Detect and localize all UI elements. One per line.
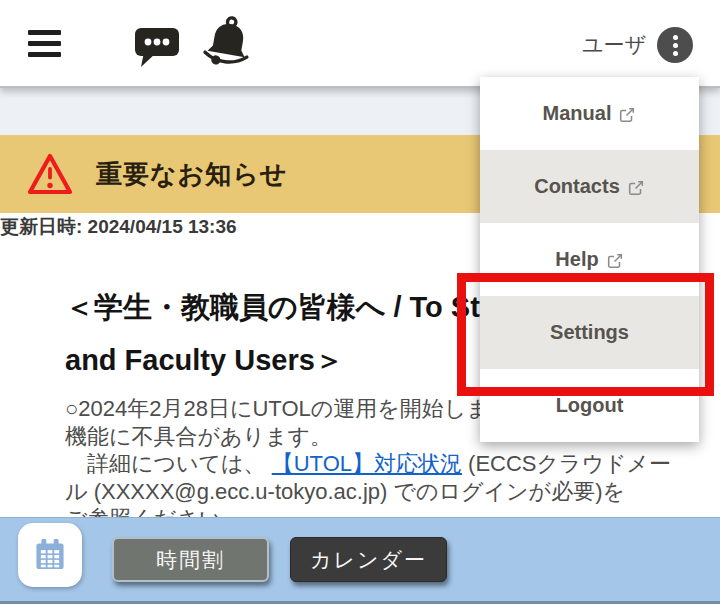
menu-item-label: Settings bbox=[550, 321, 629, 344]
warning-triangle-icon bbox=[26, 152, 74, 197]
article-heading-line2: and Faculty Users＞ bbox=[65, 344, 344, 376]
messages-icon[interactable] bbox=[133, 26, 181, 72]
menu-item-contacts[interactable]: Contacts bbox=[480, 150, 699, 223]
updated-timestamp: 更新日時: 2024/04/15 13:36 bbox=[0, 214, 237, 240]
menu-item-help[interactable]: Help bbox=[480, 223, 699, 296]
user-label: ユーザ bbox=[582, 31, 646, 59]
menu-item-label: Contacts bbox=[534, 175, 620, 198]
calendar-button[interactable]: カレンダー bbox=[290, 537, 447, 582]
timetable-button[interactable]: 時間割 bbox=[112, 537, 269, 582]
body-text: (ECCSクラウドメー bbox=[462, 451, 671, 476]
utol-status-link[interactable]: 【UTOL】対応状況 bbox=[272, 451, 462, 476]
banner-title: 重要なお知らせ bbox=[96, 157, 287, 192]
app-screen: 重要なお知らせ 更新日時: 2024/04/15 13:36 ＜学生・教職員の皆… bbox=[0, 0, 720, 604]
calendar-icon bbox=[30, 535, 70, 575]
external-link-icon bbox=[606, 252, 624, 270]
menu-item-label: Help bbox=[555, 248, 598, 271]
menu-item-logout[interactable]: Logout bbox=[480, 369, 699, 442]
menu-item-label: Logout bbox=[556, 394, 624, 417]
app-header: ユーザ bbox=[0, 0, 720, 88]
user-menu-kebab-button[interactable] bbox=[657, 27, 693, 63]
body-line: 詳細については、 【UTOL】対応状況 (ECCSクラウドメー bbox=[65, 450, 720, 478]
external-link-icon bbox=[627, 179, 645, 197]
menu-item-label: Manual bbox=[543, 102, 612, 125]
external-link-icon bbox=[618, 106, 636, 124]
menu-item-manual[interactable]: Manual bbox=[480, 77, 699, 150]
menu-item-settings[interactable]: Settings bbox=[480, 296, 699, 369]
timetable-icon-button[interactable] bbox=[18, 523, 82, 587]
bottom-toolbar: 時間割 カレンダー bbox=[0, 517, 720, 604]
user-dropdown-menu: Manual Contacts Help bbox=[480, 77, 699, 442]
body-line: ル (XXXXX@g.ecc.u-tokyo.ac.jp) でのログインが必要)… bbox=[65, 478, 720, 506]
notifications-bell-icon[interactable] bbox=[200, 15, 256, 75]
hamburger-menu-button[interactable] bbox=[28, 30, 61, 57]
body-text: 詳細については、 bbox=[65, 451, 272, 476]
